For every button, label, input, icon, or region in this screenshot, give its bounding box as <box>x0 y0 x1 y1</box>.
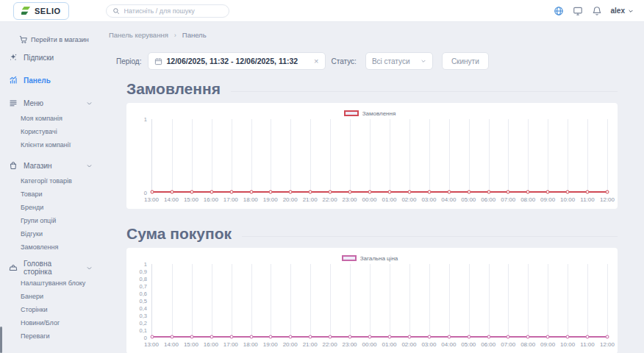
gridline <box>449 264 450 337</box>
sidebar-subitem[interactable]: Товари <box>21 188 103 201</box>
gridline <box>330 119 331 192</box>
clear-period-icon[interactable]: × <box>314 57 318 65</box>
gridline <box>489 264 490 337</box>
x-axis-tick: 19:00 <box>263 196 278 203</box>
gridline <box>469 264 470 337</box>
y-axis-tick: 0,1 <box>140 327 147 334</box>
x-axis-tick: 00:00 <box>362 341 377 348</box>
gridline <box>587 119 588 192</box>
sidebar-item-1[interactable]: Панель <box>9 71 103 89</box>
sidebar-subitem[interactable]: Сторінки <box>21 303 103 316</box>
section-title-orders: Замовлення <box>126 80 221 98</box>
x-axis-tick: 23:00 <box>343 341 357 348</box>
sidebar-subitem[interactable]: Бренди <box>21 201 103 214</box>
gridline <box>409 119 410 192</box>
y-axis-tick: 0 <box>144 190 147 196</box>
x-axis-tick: 18:00 <box>243 196 258 203</box>
status-select[interactable]: Всі статуси <box>365 52 433 70</box>
x-axis-tick: 22:00 <box>323 341 337 348</box>
calendar-icon <box>154 57 162 65</box>
sidebar-subitem[interactable]: Групи опцій <box>21 214 103 227</box>
gridline <box>232 264 232 337</box>
sidebar-item-2[interactable]: Меню <box>9 94 103 112</box>
x-axis-labels: 13:0014:0015:0016:0017:0018:0019:0020:00… <box>151 193 607 203</box>
sidebar-subitem[interactable]: Користувачі <box>21 125 103 138</box>
chart-legend-item[interactable]: Загальна ціна <box>132 252 607 264</box>
sidebar-subitem[interactable]: Категорії товарів <box>21 174 103 188</box>
y-axis-tick: 0,7 <box>140 283 147 290</box>
x-axis-tick: 17:00 <box>223 341 238 348</box>
orders-chart-card: Замовлення 10 13:0014:0015:0016:0017:001… <box>126 103 618 209</box>
gridline <box>607 119 608 192</box>
sidebar-subitem[interactable]: Переваги <box>21 329 103 343</box>
language-globe-icon[interactable] <box>554 5 565 16</box>
chevron-down-icon <box>628 8 634 14</box>
gridline <box>548 119 548 192</box>
sidebar-scrollbar-thumb[interactable] <box>0 327 2 353</box>
sidebar-subitem[interactable]: Банери <box>21 290 103 303</box>
x-axis-tick: 05:00 <box>461 196 476 203</box>
x-axis-tick: 15:00 <box>184 341 198 348</box>
gridline <box>271 264 271 337</box>
y-axis-tick: 0,9 <box>140 268 147 275</box>
search-input[interactable] <box>124 7 223 15</box>
x-axis-tick: 06:00 <box>481 341 495 348</box>
x-axis-tick: 19:00 <box>263 341 278 348</box>
gridline <box>290 119 291 192</box>
sidebar-item-3[interactable]: Магазин <box>9 157 103 174</box>
plot-area <box>151 264 607 338</box>
gridline <box>508 264 509 337</box>
selio-logo[interactable]: SELIO <box>13 2 69 20</box>
legend-label: Загальна ціна <box>360 255 398 262</box>
chart-legend-item[interactable]: Замовлення <box>132 107 607 119</box>
gridline <box>251 119 252 192</box>
gridline <box>568 119 568 192</box>
shopping-bag-icon <box>9 161 18 170</box>
sidebar-subitem[interactable]: Моя компанія <box>21 112 103 125</box>
sidebar-subitem[interactable]: Відгуки <box>21 227 103 240</box>
x-axis-tick: 02:00 <box>401 196 416 203</box>
sidebar-subitem[interactable]: Клієнти компанії <box>21 138 103 151</box>
selio-s-icon <box>21 6 31 15</box>
x-axis-tick: 01:00 <box>382 341 396 348</box>
x-axis-tick: 06:00 <box>481 196 495 203</box>
x-axis-tick: 22:00 <box>323 196 337 203</box>
sidebar-subitem[interactable]: Замовлення <box>21 240 103 254</box>
x-axis-labels: 13:0014:0015:0016:0017:0018:0019:0020:00… <box>151 338 607 348</box>
legend-label: Замовлення <box>362 110 396 117</box>
gridline <box>489 119 490 192</box>
sidebar-item-4[interactable]: Головна сторінка <box>9 259 103 277</box>
sidebar-item-label: Головна сторінка <box>24 260 80 276</box>
gridline <box>528 264 529 337</box>
y-axis-tick: 0,4 <box>140 305 147 312</box>
gridline <box>528 119 529 192</box>
reset-filters-button[interactable]: Скинути <box>442 52 489 70</box>
chevron-down-icon <box>421 58 426 64</box>
notifications-bell-icon[interactable] <box>592 5 603 16</box>
store-link-label: Перейти в магазин <box>31 36 89 43</box>
y-axis-labels: 10,90,80,70,60,50,40,30,20,10 <box>132 264 151 338</box>
sidebar-item-go-to-store[interactable]: Перейти в магазин <box>19 35 103 43</box>
search-icon <box>112 7 120 15</box>
sidebar-item-0[interactable]: Підписки <box>9 49 103 66</box>
sidebar-submenu: Налаштування блокуБанериСторінкиНовини/Б… <box>21 277 103 343</box>
x-axis-tick: 20:00 <box>283 341 298 348</box>
y-axis-tick: 1 <box>144 116 147 123</box>
gridline <box>192 264 193 337</box>
global-search[interactable] <box>106 4 229 18</box>
display-icon[interactable] <box>573 5 584 16</box>
gridline <box>548 264 548 337</box>
gridline <box>429 119 430 192</box>
gridline <box>370 119 371 192</box>
sidebar-subitem[interactable]: Налаштування блоку <box>21 277 103 290</box>
period-range-input[interactable]: 12/06/2025, 11:32 - 12/06/2025, 11:32 × <box>148 52 326 70</box>
y-axis-tick: 0,3 <box>140 313 147 319</box>
user-menu[interactable]: alex <box>611 7 634 15</box>
gridline <box>409 264 410 337</box>
breadcrumb-parent[interactable]: Панель керування <box>109 31 168 39</box>
y-axis-tick: 1 <box>144 261 147 268</box>
sidebar-item-label: Меню <box>24 99 43 107</box>
gridline <box>271 119 271 192</box>
sidebar-subitem[interactable]: Новини/Блог <box>21 316 103 329</box>
sidebar-item-5[interactable]: Налаштування <box>9 348 103 353</box>
